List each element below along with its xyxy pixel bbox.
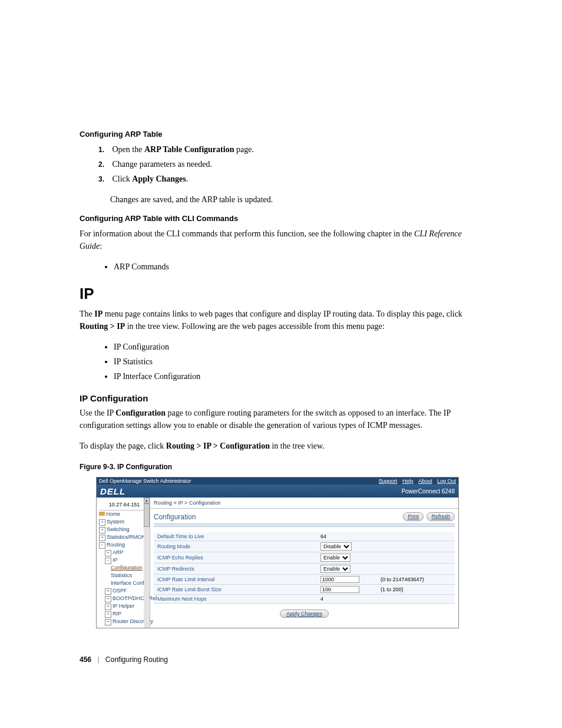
tree-home[interactable]: Home	[99, 510, 150, 518]
step-1: 1. Open the ARP Table Configuration page…	[98, 143, 482, 156]
cfg-hint: (1 to 200)	[377, 585, 455, 595]
tree-arp[interactable]: +ARP	[99, 549, 150, 556]
tree-system[interactable]: +System	[99, 518, 150, 526]
expand-icon[interactable]: +	[99, 527, 105, 533]
app-title: Dell OpenManage Switch Administrator	[99, 477, 191, 485]
screenshot-ip-configuration: Dell OpenManage Switch Administrator Sup…	[96, 477, 459, 628]
tree-scrollbar[interactable]: ▴	[144, 498, 150, 628]
footer-title: Configuring Routing	[105, 655, 168, 664]
tree-ip[interactable]: −IP	[99, 556, 150, 564]
panel-title: Configuration	[154, 513, 196, 521]
body-paragraph: To display the page, click Routing > IP …	[80, 440, 482, 452]
home-icon	[99, 512, 105, 516]
scroll-up-icon[interactable]: ▴	[144, 498, 150, 503]
step-number: 1.	[98, 144, 110, 155]
step-2: 2. Change parameters as needed.	[98, 158, 482, 170]
expand-icon[interactable]: +	[105, 611, 111, 618]
tree-ospf[interactable]: +OSPF	[99, 587, 150, 595]
step-number: 2.	[98, 159, 110, 170]
brand-bar: DELL PowerConnect 6248	[97, 485, 458, 498]
step-bold: Apply Changes	[132, 174, 186, 183]
table-row: ICMP Echo Replies Enable	[154, 552, 455, 564]
cfg-value: 64	[317, 532, 377, 541]
page-footer: 456 | Configuring Routing	[80, 655, 482, 664]
breadcrumb: Routing > IP > Configuration	[150, 498, 458, 509]
list-item: IP Configuration	[114, 341, 482, 353]
expand-icon[interactable]: +	[105, 588, 111, 595]
expand-icon[interactable]: +	[105, 550, 111, 556]
link-about[interactable]: About	[418, 478, 432, 484]
list-item: IP Statistics	[114, 355, 482, 368]
footer-separator: |	[97, 655, 99, 664]
cfg-hint	[377, 595, 455, 604]
para-seg: To display the page, click	[80, 442, 166, 450]
expand-icon[interactable]: +	[99, 519, 105, 526]
para-bold: Routing > IP > Configuration	[166, 442, 270, 450]
tree-configuration[interactable]: Configuration	[99, 564, 150, 572]
step-number: 3.	[98, 174, 110, 185]
para-bold: Configuration	[115, 409, 166, 417]
tree-routing[interactable]: −Routing	[99, 541, 150, 549]
panel-tabline	[154, 523, 455, 527]
icmp-redirects-select[interactable]: Enable	[320, 565, 351, 573]
cfg-value	[317, 585, 377, 595]
tree-router-discovery[interactable]: +Router Discovery	[99, 618, 150, 625]
table-row: Maximum Next Hops 4	[154, 595, 455, 604]
table-row: ICMP Redirects Enable	[154, 564, 455, 575]
cfg-hint: (0 to 2147483647)	[377, 575, 455, 585]
app-topbar: Dell OpenManage Switch Administrator Sup…	[97, 477, 458, 485]
routing-mode-select[interactable]: Disable	[320, 542, 352, 551]
para-bold: Routing > IP	[80, 322, 125, 331]
cfg-label: ICMP Echo Replies	[154, 552, 317, 564]
icmp-rate-burst-input[interactable]	[320, 586, 359, 593]
tree-statistics-item[interactable]: Statistics	[99, 572, 150, 579]
link-logout[interactable]: Log Out	[437, 478, 456, 484]
cfg-hint	[377, 564, 455, 575]
body-paragraph: Use the IP Configuration page to configu…	[80, 407, 482, 431]
dell-logo: DELL	[100, 486, 125, 496]
expand-icon[interactable]: +	[105, 596, 111, 602]
tree-iphelper[interactable]: +IP Helper	[99, 602, 150, 610]
figure-caption: Figure 9-3. IP Configuration	[80, 463, 482, 471]
print-button[interactable]: Print	[403, 512, 424, 521]
icmp-rate-interval-input[interactable]	[320, 576, 359, 583]
cfg-value: Enable	[317, 564, 377, 575]
cfg-value: 4	[317, 595, 377, 604]
step-bold: ARP Table Configuration	[144, 145, 234, 154]
cfg-label: Default Time to Live	[154, 532, 317, 541]
apply-changes-button[interactable]: Apply Changes	[280, 610, 329, 618]
refresh-button[interactable]: Refresh	[427, 512, 455, 521]
config-table: Default Time to Live 64 Routing Mode Dis…	[154, 532, 455, 604]
icmp-echo-select[interactable]: Enable	[320, 554, 351, 562]
para-text-post: :	[100, 242, 102, 251]
cfg-value	[317, 575, 377, 585]
device-model: PowerConnect 6248	[401, 488, 455, 495]
expand-icon[interactable]: +	[105, 619, 111, 625]
link-help[interactable]: Help	[402, 478, 414, 484]
tree-rip[interactable]: +RIP	[99, 610, 150, 618]
step-text: Click	[113, 174, 133, 183]
tree-bootp[interactable]: +BOOTP/DHCP Rel	[99, 595, 150, 602]
table-row: Default Time to Live 64	[154, 532, 455, 541]
topbar-links: Support Help About Log Out	[375, 477, 456, 485]
apply-wrap: Apply Changes	[150, 606, 458, 622]
step-text: Open the	[113, 145, 144, 154]
para-seg: in the tree view.	[270, 442, 325, 450]
tree-interface-config[interactable]: Interface Config	[99, 579, 150, 587]
expand-icon[interactable]: +	[99, 535, 105, 541]
collapse-icon[interactable]: −	[105, 558, 111, 564]
scroll-thumb[interactable]	[144, 503, 150, 527]
expand-icon[interactable]: +	[105, 604, 111, 610]
collapse-icon[interactable]: −	[99, 542, 105, 549]
nav-tree[interactable]: 10.27.64.151 Home +System +Switching +St…	[97, 498, 150, 628]
para-bold: IP	[94, 309, 103, 318]
tree-switching[interactable]: +Switching	[99, 526, 150, 533]
heading-ip-configuration: IP Configuration	[80, 393, 482, 403]
cfg-hint	[377, 541, 455, 552]
cfg-value: Disable	[317, 541, 377, 552]
panel-header: Configuration Print Refresh	[150, 509, 458, 523]
tree-ip-address: 10.27.64.151	[99, 500, 150, 510]
link-support[interactable]: Support	[379, 478, 398, 484]
table-row: ICMP Rate Limit Burst Size (1 to 200)	[154, 585, 455, 595]
tree-statistics[interactable]: +Statistics/RMON	[99, 533, 150, 541]
